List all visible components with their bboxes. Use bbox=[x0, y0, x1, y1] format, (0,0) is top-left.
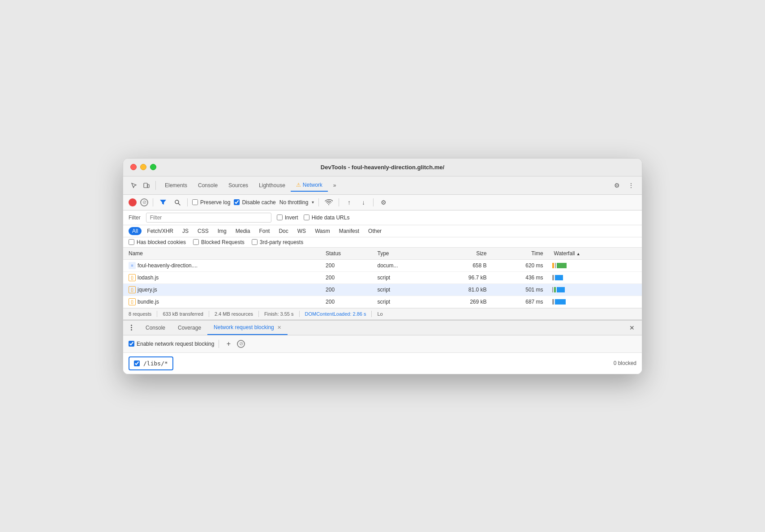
toolbar-icons: ⚙ ⋮ bbox=[611, 180, 636, 191]
toolbar-divider-2 bbox=[187, 198, 188, 206]
tab-console[interactable]: Console bbox=[193, 180, 223, 191]
type-btn-wasm[interactable]: Wasm bbox=[311, 227, 334, 235]
table-row[interactable]: ≡foul-heavenly-direction....200docum...6… bbox=[123, 259, 642, 271]
cell-type: script bbox=[372, 271, 434, 283]
type-btn-all[interactable]: All bbox=[129, 227, 142, 235]
pattern-checkbox-input[interactable] bbox=[134, 360, 140, 366]
tab-lighthouse[interactable]: Lighthouse bbox=[254, 180, 291, 191]
panel-more-icon[interactable] bbox=[127, 323, 136, 332]
clear-patterns-icon[interactable]: ⊘ bbox=[237, 340, 245, 348]
type-btn-js[interactable]: JS bbox=[179, 227, 192, 235]
tab-network[interactable]: ⚠ Network bbox=[291, 179, 328, 192]
waterfall-segment bbox=[552, 275, 554, 280]
blocked-cookies-checkbox[interactable]: Has blocked cookies bbox=[129, 239, 186, 245]
maximize-button[interactable] bbox=[150, 164, 156, 170]
col-size[interactable]: Size bbox=[434, 248, 492, 260]
add-pattern-button[interactable]: + bbox=[223, 339, 233, 349]
type-btn-ws[interactable]: WS bbox=[294, 227, 309, 235]
waterfall-segment bbox=[552, 263, 554, 268]
waterfall-bar bbox=[552, 287, 638, 292]
wifi-icon[interactable] bbox=[323, 197, 334, 208]
col-time[interactable]: Time bbox=[492, 248, 549, 260]
close-panel-button[interactable]: ✕ bbox=[626, 322, 638, 333]
js-icon: {} bbox=[129, 286, 136, 293]
hide-data-urls-checkbox[interactable]: Hide data URLs bbox=[304, 215, 350, 221]
blocking-pattern-item: /libs/* 0 blocked bbox=[123, 353, 642, 374]
toolbar-divider-4 bbox=[339, 198, 339, 206]
disable-cache-checkbox[interactable]: Disable cache bbox=[234, 199, 275, 206]
record-button[interactable] bbox=[129, 198, 137, 206]
type-btn-css[interactable]: CSS bbox=[194, 227, 212, 235]
status-divider-4 bbox=[299, 311, 300, 317]
download-icon[interactable]: ↓ bbox=[358, 197, 369, 208]
more-options-icon[interactable]: ⋮ bbox=[626, 180, 636, 191]
status-divider-5 bbox=[371, 311, 372, 317]
toolbar-divider-5 bbox=[373, 198, 374, 206]
throttle-dropdown-icon[interactable]: ▾ bbox=[312, 200, 314, 205]
filter-label: Filter bbox=[129, 215, 141, 221]
col-waterfall[interactable]: Waterfall ▲ bbox=[549, 248, 642, 260]
clear-button[interactable]: ⊘ bbox=[140, 198, 148, 206]
tab-network-request-blocking[interactable]: Network request blocking ✕ bbox=[207, 321, 288, 335]
disable-cache-input[interactable] bbox=[234, 199, 240, 205]
type-btn-media[interactable]: Media bbox=[232, 227, 254, 235]
tab-elements[interactable]: Elements bbox=[159, 180, 193, 191]
col-name[interactable]: Name bbox=[123, 248, 320, 260]
throttle-value: No throttling bbox=[279, 199, 309, 206]
js-icon: {} bbox=[129, 298, 136, 305]
cell-size: 269 kB bbox=[434, 296, 492, 308]
preserve-log-input[interactable] bbox=[192, 199, 198, 205]
settings-icon[interactable]: ⚙ bbox=[611, 180, 622, 191]
waterfall-bar bbox=[552, 263, 638, 268]
type-btn-fetchxhr[interactable]: Fetch/XHR bbox=[143, 227, 177, 235]
pattern-highlight[interactable]: /libs/* bbox=[129, 356, 173, 370]
search-icon[interactable] bbox=[172, 197, 183, 208]
table-header: Name Status Type Size Time Waterfall ▲ bbox=[123, 248, 642, 260]
resources-size: 2.4 MB resources bbox=[215, 311, 253, 317]
device-toggle-icon[interactable] bbox=[141, 180, 152, 191]
network-settings-icon[interactable]: ⚙ bbox=[378, 197, 389, 208]
hide-data-urls-input[interactable] bbox=[304, 215, 309, 220]
cell-time: 436 ms bbox=[492, 271, 549, 283]
status-bar: 8 requests 633 kB transferred 2.4 MB res… bbox=[123, 308, 642, 320]
type-btn-doc[interactable]: Doc bbox=[275, 227, 292, 235]
table-row[interactable]: {}jquery.js200script81.0 kB501 ms bbox=[123, 283, 642, 296]
col-type[interactable]: Type bbox=[372, 248, 434, 260]
col-status[interactable]: Status bbox=[320, 248, 372, 260]
invert-input[interactable] bbox=[277, 215, 283, 220]
cell-time: 687 ms bbox=[492, 296, 549, 308]
blocked-requests-input[interactable] bbox=[193, 239, 199, 245]
invert-checkbox[interactable]: Invert bbox=[277, 215, 298, 221]
requests-count: 8 requests bbox=[129, 311, 151, 317]
preserve-log-checkbox[interactable]: Preserve log bbox=[192, 199, 230, 206]
cell-type: docum... bbox=[372, 259, 434, 271]
type-btn-other[interactable]: Other bbox=[365, 227, 385, 235]
pattern-checkbox[interactable] bbox=[134, 360, 140, 366]
enable-blocking-input[interactable] bbox=[129, 341, 134, 347]
type-btn-img[interactable]: Img bbox=[214, 227, 230, 235]
tab-close-icon[interactable]: ✕ bbox=[277, 325, 281, 330]
cursor-icon[interactable] bbox=[129, 180, 139, 191]
tab-sources[interactable]: Sources bbox=[223, 180, 254, 191]
third-party-input[interactable] bbox=[252, 239, 258, 245]
table-row[interactable]: {}lodash.js200script96.7 kB436 ms bbox=[123, 271, 642, 283]
upload-icon[interactable]: ↑ bbox=[344, 197, 354, 208]
third-party-checkbox[interactable]: 3rd-party requests bbox=[252, 239, 303, 245]
minimize-button[interactable] bbox=[140, 164, 146, 170]
close-button[interactable] bbox=[130, 164, 137, 170]
table-row[interactable]: {}bundle.js200script269 kB687 ms bbox=[123, 296, 642, 308]
tab-more[interactable]: » bbox=[328, 180, 342, 191]
tab-console-bottom[interactable]: Console bbox=[139, 321, 172, 335]
waterfall-segment bbox=[555, 263, 556, 268]
waterfall-segment bbox=[555, 275, 563, 280]
toolbar-divider-3 bbox=[318, 198, 319, 206]
filter-input[interactable] bbox=[146, 213, 271, 223]
enable-blocking-checkbox[interactable]: Enable network request blocking bbox=[129, 341, 214, 347]
blocked-cookies-input[interactable] bbox=[129, 239, 134, 245]
type-btn-font[interactable]: Font bbox=[255, 227, 273, 235]
waterfall-segment bbox=[557, 263, 567, 268]
blocked-requests-checkbox[interactable]: Blocked Requests bbox=[193, 239, 245, 245]
tab-coverage[interactable]: Coverage bbox=[172, 321, 207, 335]
filter-icon[interactable] bbox=[158, 197, 168, 208]
type-btn-manifest[interactable]: Manifest bbox=[335, 227, 363, 235]
